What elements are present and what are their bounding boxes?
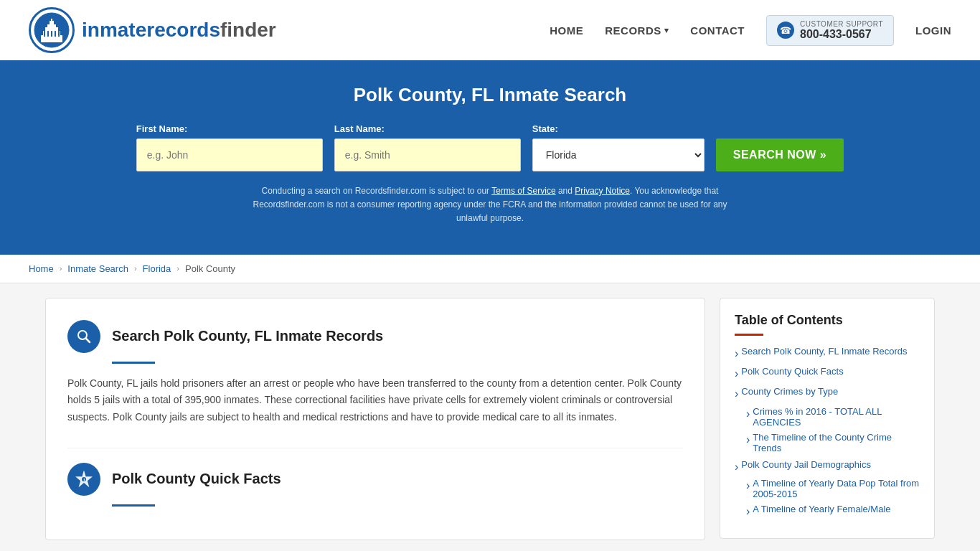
breadcrumb-inmate-search[interactable]: Inmate Search	[67, 263, 128, 274]
hero-disclaimer: Conducting a search on Recordsfinder.com…	[239, 184, 741, 226]
state-group: State: Florida Alabama Alaska Arizona Ca…	[532, 123, 705, 171]
toc-sub-5: A Timeline of Yearly Data Pop Total from…	[735, 478, 920, 518]
toc-sub-4: Crimes % in 2016 - TOTAL ALL AGENCIES Th…	[735, 406, 920, 453]
svg-rect-11	[58, 31, 60, 37]
section1-title: Search Polk County, FL Inmate Records	[112, 328, 383, 344]
toc-sub-chevron-5a	[746, 479, 750, 492]
toc-sub-item-5a: A Timeline of Yearly Data Pop Total from…	[746, 478, 920, 499]
breadcrumb-sep-3: ›	[176, 264, 179, 273]
svg-rect-10	[55, 31, 56, 37]
logo-text-bold: finder	[220, 19, 276, 41]
toc-sub-item-4b: The Timeline of the County Crime Trends	[746, 432, 920, 453]
toc-link-1[interactable]: Search Polk County, FL Inmate Records	[735, 346, 920, 360]
logo-area: inmaterecordsfinder	[29, 7, 276, 53]
toc-sub-link-5b[interactable]: A Timeline of Yearly Female/Male	[746, 504, 920, 518]
toc-item-5: Polk County Jail Demographics A Timeline…	[735, 459, 920, 518]
breadcrumb-florida[interactable]: Florida	[143, 263, 171, 274]
toc-sub-chevron-4b	[746, 433, 750, 446]
main-content: Search Polk County, FL Inmate Records Po…	[31, 298, 949, 540]
last-name-label: Last Name:	[334, 123, 385, 134]
toc-label-2: Polk County Quick Facts	[741, 366, 843, 377]
right-panel: Table of Contents Search Polk County, FL…	[720, 298, 935, 539]
toc-sub-chevron-4a	[746, 408, 750, 420]
toc-label-5: Polk County Jail Demographics	[741, 459, 871, 470]
toc-sub-item-4a: Crimes % in 2016 - TOTAL ALL AGENCIES	[746, 406, 920, 428]
nav-home[interactable]: HOME	[550, 24, 583, 37]
support-box[interactable]: ☎ CUSTOMER SUPPORT 800-433-0567	[766, 15, 894, 46]
svg-rect-7	[44, 31, 45, 37]
toc-link-2[interactable]: Polk County Quick Facts	[735, 366, 920, 380]
section1-text: Polk County, FL jails hold prisoners aft…	[67, 375, 683, 433]
records-chevron-icon: ▾	[664, 26, 669, 35]
toc-label-1: Search Polk County, FL Inmate Records	[741, 346, 907, 357]
toc-item-2: Polk County Quick Facts	[735, 366, 920, 380]
breadcrumb: Home › Inmate Search › Florida › Polk Co…	[0, 255, 980, 283]
state-select[interactable]: Florida Alabama Alaska Arizona Californi…	[532, 138, 705, 171]
toc-sub-label-5a: A Timeline of Yearly Data Pop Total from…	[753, 478, 920, 499]
support-number: 800-433-0567	[800, 28, 883, 41]
toc-title: Table of Contents	[735, 313, 920, 328]
breadcrumb-sep-1: ›	[60, 264, 62, 273]
breadcrumb-home[interactable]: Home	[29, 263, 54, 274]
svg-rect-9	[51, 31, 52, 37]
toc-chevron-1	[735, 347, 738, 360]
section2-title: Polk County Quick Facts	[112, 471, 281, 487]
section2-underline	[112, 504, 155, 507]
search-form: First Name: Last Name: State: Florida Al…	[29, 123, 951, 171]
first-name-label: First Name:	[136, 123, 188, 134]
breadcrumb-polk-county: Polk County	[185, 263, 235, 274]
nav-login[interactable]: LOGIN	[915, 24, 951, 37]
toc-sub-chevron-5b	[746, 505, 750, 518]
toc-sub-item-5b: A Timeline of Yearly Female/Male	[746, 504, 920, 518]
toc-chevron-5	[735, 461, 738, 474]
section2-header: ! Polk County Quick Facts	[67, 463, 683, 496]
search-button[interactable]: SEARCH NOW »	[716, 138, 844, 171]
toc-link-3[interactable]: County Crimes by Type	[735, 386, 920, 400]
phone-icon: ☎	[777, 22, 794, 39]
toc-sub-label-4b: The Timeline of the County Crime Trends	[753, 432, 920, 453]
support-label: CUSTOMER SUPPORT	[800, 20, 883, 28]
toc-chevron-2	[735, 367, 738, 380]
facts-section-icon: !	[67, 463, 100, 496]
toc-sub-label-5b: A Timeline of Yearly Female/Male	[753, 504, 890, 514]
breadcrumb-sep-2: ›	[134, 264, 137, 273]
toc-item-1: Search Polk County, FL Inmate Records	[735, 346, 920, 360]
state-label: State:	[532, 123, 558, 134]
toc-sub-link-5a[interactable]: A Timeline of Yearly Data Pop Total from…	[746, 478, 920, 499]
hero-title: Polk County, FL Inmate Search	[29, 84, 951, 106]
left-panel: Search Polk County, FL Inmate Records Po…	[45, 298, 705, 540]
svg-rect-8	[47, 31, 49, 37]
support-text: CUSTOMER SUPPORT 800-433-0567	[800, 20, 883, 41]
section-divider	[67, 448, 683, 448]
section1-header: Search Polk County, FL Inmate Records	[67, 320, 683, 353]
section1-underline	[112, 362, 155, 364]
toc-item-3: County Crimes by Type	[735, 386, 920, 400]
site-header: inmaterecordsfinder HOME RECORDS ▾ CONTA…	[0, 0, 980, 62]
toc-link-5[interactable]: Polk County Jail Demographics	[735, 459, 920, 474]
toc-sub-link-4b[interactable]: The Timeline of the County Crime Trends	[746, 432, 920, 453]
toc-label-3: County Crimes by Type	[741, 386, 838, 397]
toc-list: Search Polk County, FL Inmate Records Po…	[735, 346, 920, 518]
toc-sub-link-4a[interactable]: Crimes % in 2016 - TOTAL ALL AGENCIES	[746, 406, 920, 428]
search-section-icon	[67, 320, 100, 353]
last-name-input[interactable]	[334, 138, 521, 171]
last-name-group: Last Name:	[334, 123, 521, 171]
logo-icon	[29, 7, 75, 53]
toc-chevron-3	[735, 387, 738, 400]
logo-text: inmaterecordsfinder	[82, 19, 276, 42]
privacy-link[interactable]: Privacy Notice	[575, 186, 630, 196]
nav-records-label: RECORDS	[605, 24, 661, 37]
nav-records[interactable]: RECORDS ▾	[605, 24, 669, 37]
svg-line-13	[86, 338, 90, 342]
first-name-group: First Name:	[136, 123, 323, 171]
logo-text-regular: inmaterecords	[82, 19, 220, 41]
toc-underline	[735, 334, 763, 336]
tos-link[interactable]: Terms of Service	[491, 186, 555, 196]
hero-section: Polk County, FL Inmate Search First Name…	[0, 62, 980, 255]
toc-sub-label-4a: Crimes % in 2016 - TOTAL ALL AGENCIES	[753, 406, 920, 428]
toc-item-4: Crimes % in 2016 - TOTAL ALL AGENCIES Th…	[735, 406, 920, 453]
svg-text:!: !	[83, 477, 85, 484]
svg-rect-6	[51, 19, 52, 22]
nav-contact[interactable]: CONTACT	[690, 24, 745, 37]
first-name-input[interactable]	[136, 138, 323, 171]
